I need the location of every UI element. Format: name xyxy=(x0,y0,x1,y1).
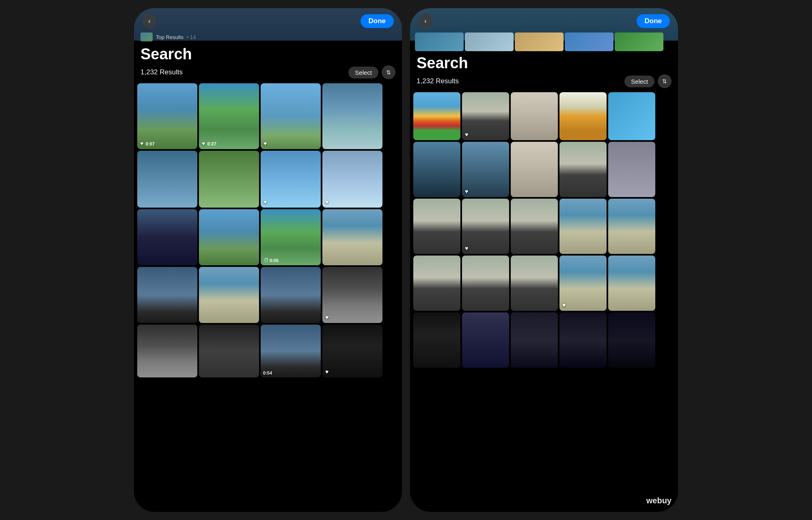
results-row: 1,232 Results Select ⇅ xyxy=(134,64,402,82)
photo-cell[interactable]: ♥ 0:07 xyxy=(137,83,197,149)
photo-cell[interactable] xyxy=(608,142,655,197)
heart-icon: ♥ 0:27 xyxy=(202,140,216,147)
right-phone: ‹ Done Search 1,232 Results Select ⇅ xyxy=(410,8,678,512)
results-actions: Select ⇅ xyxy=(624,74,672,88)
photo-cell[interactable] xyxy=(261,267,321,323)
left-phone: ‹ Done Top Results • 14 Search 1,232 Res… xyxy=(134,8,402,512)
grid-row: ♥ xyxy=(137,267,399,323)
photo-cell[interactable] xyxy=(199,267,259,323)
done-button[interactable]: Done xyxy=(637,14,670,28)
photo-cell[interactable] xyxy=(608,199,655,254)
top-results-count: • 14 xyxy=(187,34,196,40)
photo-cell[interactable] xyxy=(413,312,460,368)
top-results-label: Top Results xyxy=(156,34,184,40)
heart-icon: ♥ xyxy=(263,140,267,147)
back-button[interactable]: ‹ xyxy=(418,14,433,28)
heart-icon: ♥ xyxy=(325,368,328,375)
grid-row xyxy=(413,312,675,368)
photo-cell[interactable] xyxy=(199,151,259,208)
photo-cell[interactable] xyxy=(413,92,460,140)
heart-icon: ♥ xyxy=(562,301,566,309)
photo-cell[interactable] xyxy=(511,92,558,140)
heart-icon: ♥ xyxy=(325,198,328,206)
back-icon: ‹ xyxy=(424,17,426,25)
photo-cell[interactable]: ♥ xyxy=(462,92,509,140)
grid-row: ♥ ♥ xyxy=(137,151,399,208)
grid-row: ♥ 0:07 ♥ 0:27 ♥ xyxy=(137,83,399,149)
sort-button[interactable]: ⇅ xyxy=(382,65,395,79)
results-count: 1,232 Results xyxy=(140,68,183,76)
sort-button[interactable]: ⇅ xyxy=(658,74,672,88)
photo-cell[interactable] xyxy=(511,256,558,311)
heart-icon: ♥ xyxy=(465,131,468,138)
photo-cell[interactable] xyxy=(199,209,259,265)
photo-cell[interactable] xyxy=(511,142,558,197)
grid-row: ⏱ 0:05 xyxy=(137,209,399,265)
photo-cell[interactable] xyxy=(559,142,607,197)
photo-cell[interactable]: ♥ 0:27 xyxy=(199,83,259,149)
photo-grid-right: ♥ ♥ ♥ xyxy=(410,91,678,512)
photo-grid-left: ♥ 0:07 ♥ 0:27 ♥ ♥ xyxy=(134,82,402,512)
photo-cell[interactable] xyxy=(559,199,607,254)
photo-cell[interactable] xyxy=(137,209,197,265)
photo-cell[interactable] xyxy=(137,151,197,208)
photo-cell[interactable] xyxy=(511,312,558,368)
photo-cell[interactable] xyxy=(559,92,607,140)
photo-cell[interactable] xyxy=(413,256,460,311)
grid-row: ♥ xyxy=(413,142,675,197)
photo-cell[interactable]: ♥ xyxy=(322,151,382,208)
photo-cell[interactable] xyxy=(413,142,460,197)
photo-cell[interactable]: ⏱ 0:05 xyxy=(261,209,321,265)
photo-cell[interactable]: ♥ xyxy=(559,256,607,311)
watermark: webuy xyxy=(646,496,672,505)
grid-row: 0:54 ♥ xyxy=(137,325,399,377)
photo-cell[interactable]: ♥ xyxy=(322,267,382,323)
heart-icon: ♥ xyxy=(325,314,328,321)
photo-cell[interactable] xyxy=(322,209,382,265)
sort-icon: ⇅ xyxy=(386,69,391,76)
sort-icon: ⇅ xyxy=(662,78,667,84)
photo-cell[interactable] xyxy=(413,199,460,254)
heart-icon: ♥ 0:07 xyxy=(140,140,155,147)
back-icon: ‹ xyxy=(148,17,150,25)
photo-cell[interactable] xyxy=(608,312,655,368)
grid-row: ♥ xyxy=(413,92,675,140)
photo-cell[interactable] xyxy=(199,325,259,377)
photo-cell[interactable]: ♥ xyxy=(462,142,509,197)
photo-cell[interactable] xyxy=(137,267,197,323)
results-actions: Select ⇅ xyxy=(348,65,395,79)
photo-cell[interactable] xyxy=(462,312,509,368)
done-button[interactable]: Done xyxy=(361,14,394,28)
heart-icon: ⏱ 0:05 xyxy=(263,257,279,263)
results-row: 1,232 Results Select ⇅ xyxy=(410,73,678,91)
photo-cell[interactable]: ♥ xyxy=(261,83,321,149)
select-button[interactable]: Select xyxy=(348,67,378,78)
top-results-thumb xyxy=(140,32,153,41)
search-title: Search xyxy=(410,53,678,73)
photo-cell[interactable]: 0:54 xyxy=(261,325,321,377)
photo-cell[interactable] xyxy=(559,312,607,368)
select-button[interactable]: Select xyxy=(624,76,654,87)
photo-cell[interactable]: ♥ xyxy=(322,325,382,377)
photo-cell[interactable] xyxy=(137,325,197,377)
back-button[interactable]: ‹ xyxy=(142,14,157,28)
photo-cell[interactable]: ♥ xyxy=(261,151,321,208)
heart-icon: ♥ xyxy=(465,245,468,252)
top-results-bar: Top Results • 14 xyxy=(134,32,402,44)
photo-cell[interactable]: ♥ xyxy=(462,199,509,254)
photo-cell[interactable] xyxy=(608,256,655,311)
photo-cell[interactable] xyxy=(511,199,558,254)
search-title: Search xyxy=(134,44,402,64)
grid-row: ♥ xyxy=(413,256,675,311)
grid-row: ♥ xyxy=(413,199,675,254)
photo-cell[interactable] xyxy=(322,83,382,149)
photo-cell[interactable] xyxy=(462,256,509,311)
results-count: 1,232 Results xyxy=(417,77,459,85)
photo-cell[interactable] xyxy=(608,92,655,140)
heart-icon: ♥ xyxy=(465,188,468,195)
heart-icon: ♥ xyxy=(263,198,267,206)
